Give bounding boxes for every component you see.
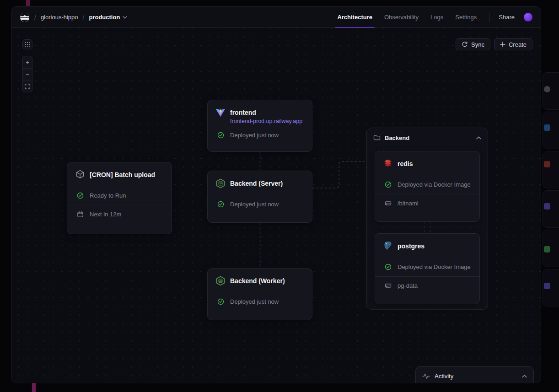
- service-card-cron[interactable]: [CRON] Batch upload Ready to Run Next in…: [67, 162, 172, 234]
- service-card-backend-worker[interactable]: JS Backend (Worker) Deployed just now: [207, 268, 312, 320]
- peek-icon: [544, 161, 550, 167]
- breadcrumb-project[interactable]: glorious-hippo: [41, 14, 78, 21]
- cron-schedule-row: Next in 12m: [67, 205, 172, 223]
- app-window: / glorious-hippo / production Architectu…: [11, 6, 541, 383]
- create-label: Create: [509, 41, 527, 48]
- tab-architecture[interactable]: Architecture: [331, 7, 378, 28]
- background-accent-bar-top: [26, 0, 30, 6]
- folder-icon: [373, 134, 381, 141]
- service-card-redis[interactable]: redis Deployed via Docker Image /bitnami: [375, 151, 480, 222]
- chevron-up-icon[interactable]: [476, 136, 481, 140]
- create-button[interactable]: Create: [494, 38, 532, 50]
- volume-path: pg-data: [398, 282, 418, 289]
- environment-selector[interactable]: production: [89, 14, 127, 21]
- deploy-status: Deployed just now: [230, 132, 279, 139]
- tab-label: Logs: [430, 14, 443, 21]
- check-circle-icon: [382, 263, 393, 270]
- chevron-down-icon: [123, 16, 127, 19]
- calendar-icon: [75, 211, 86, 218]
- service-title: postgres: [398, 241, 425, 252]
- tab-settings[interactable]: Settings: [449, 7, 483, 28]
- check-circle-icon: [75, 192, 86, 199]
- nodejs-icon: JS: [215, 178, 226, 189]
- activity-panel[interactable]: Activity: [415, 366, 534, 383]
- deploy-status: Deployed via Docker Image: [398, 181, 471, 188]
- peek-icon: [544, 124, 550, 131]
- sync-icon: [462, 41, 468, 48]
- sync-button[interactable]: Sync: [456, 38, 490, 50]
- service-title: [CRON] Batch upload: [90, 169, 155, 180]
- background-accent-bar-bottom: [32, 383, 36, 392]
- volume-row: /bitnami: [375, 194, 479, 212]
- background-peek-card: [543, 151, 559, 188]
- group-header[interactable]: Backend: [367, 128, 488, 147]
- nodejs-icon: JS: [215, 275, 226, 286]
- expand-icon: [25, 84, 30, 89]
- peek-icon: [544, 283, 550, 289]
- peek-icon: [544, 246, 550, 252]
- svg-text:JS: JS: [219, 279, 222, 282]
- zoom-controls: + −: [22, 56, 32, 92]
- railway-logo-icon[interactable]: [20, 12, 30, 22]
- service-card-frontend[interactable]: frontend frontend-prod.up.railway.app De…: [207, 100, 312, 152]
- deploy-status: Deployed just now: [230, 298, 279, 305]
- fit-view-button[interactable]: [23, 80, 32, 92]
- zoom-out-button[interactable]: −: [23, 68, 32, 80]
- vite-icon: [215, 107, 226, 118]
- chevron-up-icon[interactable]: [522, 375, 527, 378]
- navbar-divider: [489, 13, 489, 22]
- canvas-toolbar: Sync Create: [456, 38, 532, 50]
- layout-grid-button[interactable]: [22, 39, 32, 49]
- service-domain-link[interactable]: frontend-prod.up.railway.app: [230, 117, 305, 125]
- top-navbar: / glorious-hippo / production Architectu…: [11, 7, 541, 28]
- user-avatar[interactable]: [524, 13, 532, 21]
- cron-next-run: Next in 12m: [90, 211, 121, 218]
- deploy-status: Deployed via Docker Image: [398, 263, 471, 270]
- group-title: Backend: [385, 134, 472, 141]
- tab-label: Observability: [384, 14, 419, 21]
- check-circle-icon: [215, 132, 226, 139]
- zoom-in-button[interactable]: +: [23, 56, 32, 68]
- service-card-postgres[interactable]: postgres Deployed via Docker Image pg-da…: [375, 233, 480, 304]
- check-circle-icon: [382, 181, 393, 188]
- environment-name: production: [89, 14, 120, 21]
- service-title: Backend (Server): [230, 178, 283, 189]
- breadcrumb: / glorious-hippo / production: [20, 12, 127, 22]
- peek-icon: [544, 203, 550, 209]
- disk-icon: [382, 282, 393, 289]
- share-button[interactable]: Share: [496, 14, 517, 21]
- breadcrumb-separator: /: [83, 14, 85, 21]
- service-card-backend-server[interactable]: JS Backend (Server) Deployed just now: [207, 171, 312, 223]
- breadcrumb-separator: /: [34, 14, 36, 21]
- activity-pulse-icon: [422, 373, 430, 379]
- svg-text:JS: JS: [219, 182, 222, 185]
- volume-row: pg-data: [375, 276, 479, 294]
- sync-label: Sync: [471, 41, 484, 48]
- postgres-icon: [382, 241, 393, 251]
- grid-dots-icon: [25, 42, 30, 47]
- plus-icon: [500, 42, 505, 47]
- service-title: redis: [398, 158, 413, 169]
- tab-label: Architecture: [337, 14, 372, 21]
- tab-logs[interactable]: Logs: [425, 7, 449, 28]
- service-group-backend[interactable]: Backend redis: [366, 128, 488, 310]
- check-circle-icon: [215, 298, 226, 305]
- service-title: Backend (Worker): [230, 275, 285, 286]
- volume-path: /bitnami: [398, 200, 419, 207]
- deploy-status: Deployed just now: [230, 201, 279, 208]
- cube-icon: [75, 169, 86, 179]
- check-circle-icon: [215, 201, 226, 208]
- nav-tabs: Architecture Observability Logs Settings: [331, 7, 483, 28]
- tab-observability[interactable]: Observability: [378, 7, 425, 28]
- tab-label: Settings: [455, 14, 477, 21]
- cron-status: Ready to Run: [90, 192, 126, 199]
- disk-icon: [382, 200, 393, 207]
- activity-label: Activity: [435, 373, 517, 380]
- peek-icon: [544, 86, 550, 92]
- redis-icon: [382, 158, 393, 168]
- service-title: frontend: [230, 107, 256, 118]
